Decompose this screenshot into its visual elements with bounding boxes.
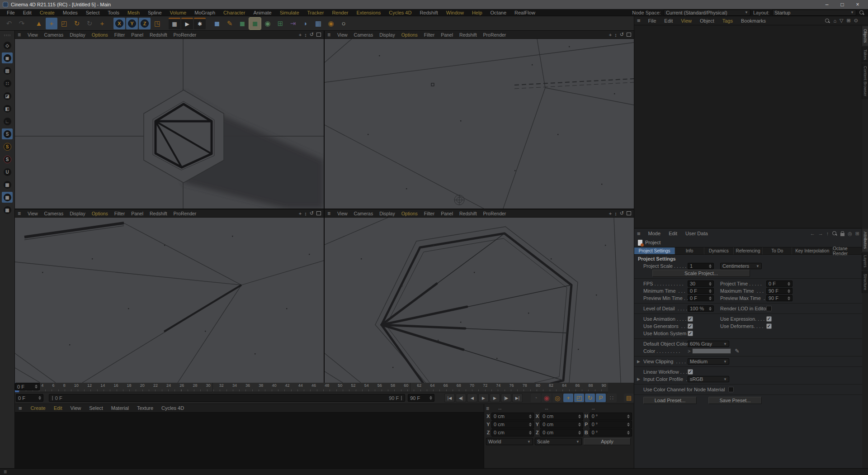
toolbar-icon[interactable] xyxy=(207,18,210,29)
viewport-menu-item[interactable]: ProRender xyxy=(480,211,509,216)
subdivision-surface-icon[interactable]: ◼ xyxy=(236,18,248,29)
maximize-button[interactable]: □ xyxy=(835,0,850,9)
record-pla-icon[interactable]: ∷ xyxy=(607,394,617,402)
palette-grip[interactable] xyxy=(4,34,10,36)
make-editable-icon[interactable]: ◇ xyxy=(2,40,13,51)
search-icon[interactable] xyxy=(825,18,830,24)
viewport-menu-item[interactable]: Filter xyxy=(421,211,438,216)
viewport-menu-item[interactable]: Redshift xyxy=(456,211,480,216)
position-field[interactable]: 0 cm xyxy=(491,421,534,428)
rotation-field[interactable]: 0 ° xyxy=(590,421,632,428)
autokeying-icon[interactable]: ◔ xyxy=(531,394,541,402)
viewport-menu-item[interactable]: Cameras xyxy=(41,32,67,38)
previous-key-button[interactable]: ◀| xyxy=(456,394,466,402)
use-animation-checkbox[interactable]: ✓ xyxy=(688,316,693,322)
use-expression-checkbox[interactable]: ✓ xyxy=(766,316,772,322)
menu-item[interactable]: Redshift xyxy=(415,9,442,16)
viewport-menu-icon[interactable]: ≡ xyxy=(18,32,21,38)
viewport-menu-item[interactable]: ProRender xyxy=(170,32,200,38)
redo-icon[interactable]: ↷ xyxy=(16,18,28,29)
object-state-icon[interactable]: ⊙ xyxy=(854,18,858,24)
attribute-menu-icon[interactable]: ≡ xyxy=(637,230,641,237)
level-of-detail-field[interactable]: 100 % xyxy=(688,305,714,312)
array-icon[interactable]: ⊞ xyxy=(274,18,286,29)
field-icon[interactable]: ◗ xyxy=(300,18,311,29)
viewport-menu-item[interactable]: Display xyxy=(376,211,398,216)
attribute-menu-item[interactable]: User Data xyxy=(681,230,712,237)
menu-item[interactable]: Mesh xyxy=(123,9,144,16)
spinner[interactable] xyxy=(428,396,432,400)
pan-view-icon[interactable]: + xyxy=(299,211,302,216)
viewport-menu-item[interactable]: Options xyxy=(89,211,111,216)
rotate-view-icon[interactable]: ↺ xyxy=(620,32,624,38)
rotation-field[interactable]: 0 ° xyxy=(590,413,632,420)
object-manager-menu-icon[interactable]: ≡ xyxy=(637,17,641,24)
menu-item[interactable]: Render xyxy=(328,9,352,16)
minimize-button[interactable]: – xyxy=(819,0,835,9)
keyframe-selection-icon[interactable]: ◎ xyxy=(552,394,562,402)
menu-item[interactable]: Octane xyxy=(486,9,510,16)
object-manager-menu-item[interactable]: View xyxy=(677,17,696,24)
use-generators-checkbox[interactable]: ✓ xyxy=(688,323,693,329)
position-field[interactable]: 0 cm xyxy=(491,413,534,420)
timeline-ruler[interactable]: 0246810121416182022242628303234363840424… xyxy=(15,383,608,392)
rotate-view-icon[interactable]: ↺ xyxy=(620,210,624,216)
toggle-view-icon[interactable] xyxy=(627,33,631,37)
preview-range-scrubber[interactable]: 0 F 90 F xyxy=(49,394,406,402)
toolbar-icon[interactable] xyxy=(109,18,113,29)
close-button[interactable]: × xyxy=(850,0,865,9)
spinner[interactable] xyxy=(37,396,41,400)
attribute-tab[interactable]: Info xyxy=(675,247,704,254)
spinner[interactable] xyxy=(33,385,38,389)
preview-max-time-field[interactable]: 90 F xyxy=(766,295,793,301)
save-preset-button[interactable]: Save Preset... xyxy=(708,397,762,404)
previous-frame-button[interactable]: ◀ xyxy=(467,394,477,402)
viewport-menu-item[interactable]: Cameras xyxy=(351,32,377,38)
material-menu-item[interactable]: Texture xyxy=(133,404,157,412)
apply-button[interactable]: Apply xyxy=(584,438,631,445)
deformer-icon[interactable]: ⇥ xyxy=(287,18,299,29)
record-active-objects-icon[interactable]: ◉ xyxy=(542,394,552,402)
scale-field[interactable]: 0 cm xyxy=(540,421,583,428)
live-selection-icon[interactable]: ▲ xyxy=(33,18,45,29)
manager-side-tab[interactable]: Structure xyxy=(862,271,868,293)
menu-item[interactable]: Edit xyxy=(19,9,36,16)
manager-side-tab[interactable]: Content Browser xyxy=(862,63,868,99)
object-manager-menu-item[interactable]: File xyxy=(644,17,660,24)
toolbar-icon[interactable] xyxy=(28,18,32,29)
size-mode-dropdown[interactable]: Scale▼ xyxy=(535,438,582,445)
project-scale-unit-dropdown[interactable]: Centimeters▼ xyxy=(720,263,762,269)
rotate-view-icon[interactable]: ↺ xyxy=(310,32,314,38)
pan-view-icon[interactable]: + xyxy=(299,32,302,38)
y-axis-lock-icon[interactable]: Y xyxy=(126,18,138,29)
point-mode-icon[interactable]: ∷ xyxy=(2,78,13,89)
menu-item[interactable]: Tools xyxy=(104,9,123,16)
object-manager-menu-item[interactable]: Tags xyxy=(718,17,737,24)
toolbar-icon[interactable] xyxy=(164,18,168,29)
material-menu-item[interactable]: Cycles 4D xyxy=(157,404,188,412)
add-object-icon[interactable]: ⊞ xyxy=(847,18,851,24)
record-position-icon[interactable]: + xyxy=(563,394,573,402)
viewport-menu-icon[interactable]: ≡ xyxy=(327,210,330,217)
rotate-tool-icon[interactable]: ↻ xyxy=(71,18,83,29)
preview-min-time-field[interactable]: 0 F xyxy=(688,295,714,301)
menu-item[interactable]: Create xyxy=(36,9,59,16)
viewport-menu-item[interactable]: Display xyxy=(66,211,88,216)
goto-start-button[interactable]: |◀ xyxy=(444,394,455,402)
attribute-menu-item[interactable]: Mode xyxy=(644,230,665,237)
attribute-menu-item[interactable]: Edit xyxy=(665,230,681,237)
use-motion-system-checkbox[interactable]: ✓ xyxy=(688,331,693,336)
next-frame-button[interactable]: ▶ xyxy=(490,394,500,402)
viewport-menu-item[interactable]: Cameras xyxy=(41,211,67,216)
viewport-solo-off-icon[interactable]: S xyxy=(2,128,13,139)
mograph-cloner-icon[interactable]: ◉ xyxy=(262,18,274,29)
input-color-profile-expander-icon[interactable]: ▶ xyxy=(637,377,640,381)
position-field[interactable]: 0 cm xyxy=(491,429,534,437)
viewport-menu-item[interactable]: Options xyxy=(398,32,421,38)
project-time-field[interactable]: 0 F xyxy=(766,280,793,287)
viewport-canvas-right[interactable] xyxy=(15,218,324,383)
goto-end-button[interactable]: ▶| xyxy=(512,394,523,402)
floor-icon[interactable]: ▦ xyxy=(312,18,324,29)
eyedropper-icon[interactable]: ✎ xyxy=(735,348,739,354)
scale-project-button[interactable]: Scale Project... xyxy=(652,270,750,277)
